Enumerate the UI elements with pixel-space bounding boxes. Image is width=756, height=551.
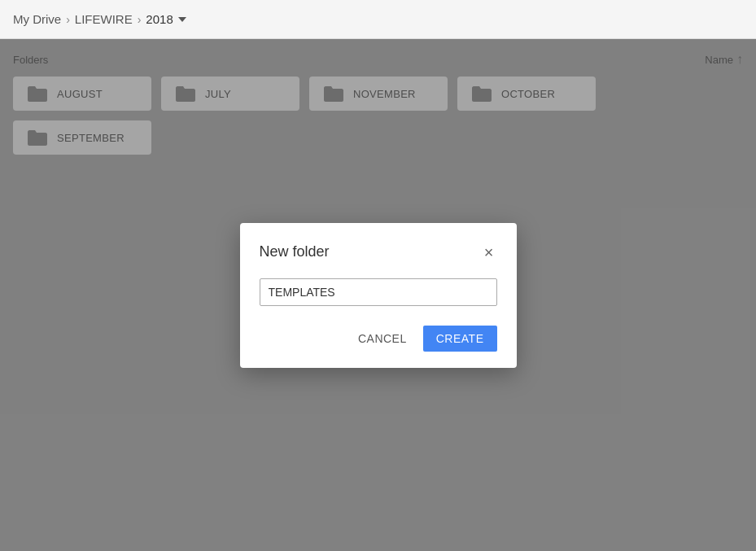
dialog-header: New folder × (260, 243, 497, 262)
cancel-button[interactable]: CANCEL (348, 326, 417, 352)
breadcrumb: My Drive › LIFEWIRE › 2018 (13, 12, 186, 26)
breadcrumb-sep-2: › (138, 13, 142, 26)
new-folder-dialog: New folder × CANCEL CREATE (240, 223, 517, 368)
chevron-down-icon (178, 17, 186, 22)
create-button[interactable]: CREATE (423, 326, 497, 352)
top-bar: My Drive › LIFEWIRE › 2018 (0, 0, 756, 39)
breadcrumb-sep-1: › (66, 13, 70, 26)
breadcrumb-current-label: 2018 (146, 12, 173, 26)
dialog-close-button[interactable]: × (481, 243, 497, 262)
breadcrumb-my-drive[interactable]: My Drive (13, 12, 61, 26)
dialog-overlay: New folder × CANCEL CREATE (0, 39, 756, 551)
breadcrumb-current[interactable]: 2018 (146, 12, 186, 26)
folder-name-input[interactable] (260, 278, 497, 306)
dialog-actions: CANCEL CREATE (260, 326, 497, 352)
breadcrumb-lifewire[interactable]: LIFEWIRE (75, 12, 133, 26)
dialog-title: New folder (260, 243, 330, 260)
content-area: Folders Name ↑ AUGUST JULY (0, 39, 756, 551)
